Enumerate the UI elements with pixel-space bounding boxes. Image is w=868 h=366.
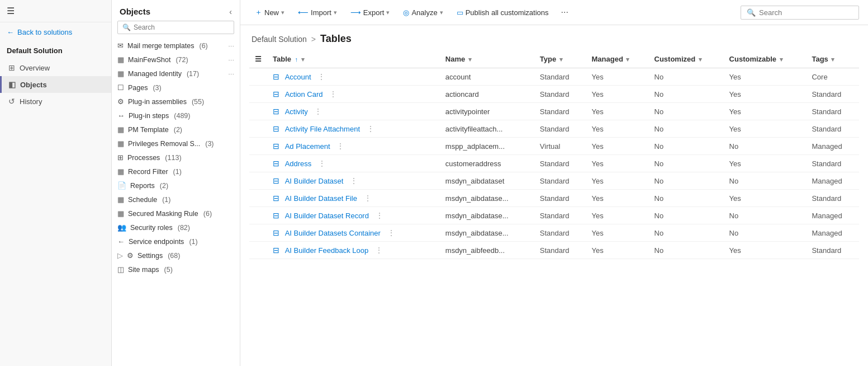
new-button[interactable]: ＋ New ▾	[249, 4, 290, 20]
row-table-name[interactable]: Activity File Attachment	[285, 125, 360, 133]
nav-item-overview[interactable]: ⊞ Overview	[0, 59, 111, 76]
table-row: ⊟ AI Builder Feedback Loop ⋮ msdyn_aibfe…	[249, 242, 859, 259]
item-icon: ⊞	[117, 153, 124, 162]
nav-label-history: History	[20, 97, 42, 106]
table-column-header-type[interactable]: Type ▾	[534, 50, 586, 68]
item-count: (1)	[162, 196, 170, 204]
objects-search-box[interactable]: 🔍	[117, 21, 234, 34]
item-label: Schedule	[128, 196, 157, 204]
row-customizable: No	[724, 224, 807, 242]
list-item[interactable]: ▦ Privileges Removal S... (3)	[112, 137, 240, 151]
item-label: Processes	[127, 154, 160, 162]
objects-icon: ◧	[8, 80, 16, 89]
row-more-icon[interactable]: ⋮	[373, 210, 386, 221]
row-table-name[interactable]: AI Builder Datasets Container	[285, 229, 381, 237]
table-column-header-tags[interactable]: Tags ▾	[806, 50, 859, 68]
row-tags: Managed	[806, 172, 859, 190]
hamburger-icon[interactable]: ☰	[7, 6, 15, 16]
list-item[interactable]: ✉ Mail merge templates (6) ···	[112, 39, 240, 53]
row-more-icon[interactable]: ⋮	[385, 227, 397, 238]
row-more-icon[interactable]: ⋮	[348, 175, 360, 186]
table-column-header-managed[interactable]: Managed ▾	[586, 50, 648, 68]
list-item[interactable]: ▦ PM Template (2)	[112, 123, 240, 137]
collapse-panel-button[interactable]: ‹	[229, 7, 232, 16]
table-row: ⊟ Address ⋮ customeraddress Standard Yes…	[249, 155, 859, 172]
table-row-icon: ⊟	[273, 228, 279, 237]
list-item[interactable]: ↔ Plug-in steps (489)	[112, 109, 240, 123]
import-button[interactable]: ⟵ Import ▾	[292, 6, 343, 20]
toolbar-search-box[interactable]: 🔍	[741, 6, 859, 20]
publish-button[interactable]: ▭ Publish all customizations	[451, 6, 554, 20]
list-item[interactable]: ⚙ Plug-in assemblies (55)	[112, 95, 240, 109]
row-select-cell	[249, 103, 267, 120]
toolbar-search-input[interactable]	[759, 8, 853, 17]
row-more-icon[interactable]: ⋮	[312, 106, 324, 117]
item-more-icon[interactable]: ···	[228, 55, 234, 64]
nav-label-objects: Objects	[20, 81, 47, 89]
list-item[interactable]: ▦ Secured Masking Rule (6)	[112, 207, 240, 220]
row-more-icon[interactable]: ⋮	[315, 71, 328, 82]
list-item[interactable]: ▦ Record Filter (1)	[112, 165, 240, 179]
item-more-icon[interactable]: ···	[228, 69, 234, 78]
table-row-icon: ⊟	[273, 124, 279, 133]
row-customizable: Yes	[724, 120, 807, 138]
item-more-icon[interactable]: ···	[228, 41, 234, 50]
list-item[interactable]: ▦ Schedule (1)	[112, 193, 240, 207]
list-item[interactable]: ☐ Pages (3)	[112, 81, 240, 95]
nav-item-objects[interactable]: ◧ Objects	[0, 76, 111, 93]
export-button[interactable]: ⟶ Export ▾	[345, 6, 396, 20]
table-row-icon: ⊟	[273, 194, 279, 203]
back-arrow-icon: ←	[7, 28, 14, 36]
customizable-sort-chevron: ▾	[780, 56, 783, 63]
more-options-icon[interactable]: ···	[557, 5, 573, 20]
row-table-name[interactable]: Ad Placement	[285, 142, 330, 151]
row-table-name[interactable]: AI Builder Feedback Loop	[285, 246, 369, 255]
analyze-button[interactable]: ◎ Analyze ▾	[397, 6, 448, 20]
row-table-name[interactable]: AI Builder Dataset	[285, 177, 344, 185]
list-item[interactable]: ▦ Managed Identity (17) ···	[112, 67, 240, 81]
row-table-name[interactable]: Activity	[285, 107, 308, 116]
row-managed: Yes	[586, 155, 648, 172]
table-row: ⊟ Account ⋮ account Standard Yes No Yes …	[249, 68, 859, 86]
row-more-icon[interactable]: ⋮	[373, 245, 385, 256]
nav-item-history[interactable]: ↺ History	[0, 93, 111, 110]
item-count: (1)	[173, 168, 182, 176]
table-column-header-table[interactable]: Table ↑ ▾	[267, 50, 440, 68]
list-item[interactable]: 📄 Reports (2)	[112, 179, 240, 193]
row-customized: No	[649, 103, 724, 120]
left-nav: ⊞ Overview ◧ Objects ↺ History	[0, 57, 111, 112]
export-icon: ⟶	[350, 8, 361, 17]
list-item[interactable]: ▷ ⚙ Settings (68)	[112, 248, 240, 262]
row-table-name[interactable]: Action Card	[285, 90, 323, 98]
row-more-icon[interactable]: ⋮	[334, 140, 347, 152]
row-type: Standard	[534, 207, 586, 224]
objects-panel-title: Objects	[120, 7, 150, 16]
item-label: Service endpoints	[129, 238, 184, 246]
history-icon: ↺	[8, 97, 15, 106]
row-icon-cell: ⊟ AI Builder Feedback Loop ⋮	[267, 242, 440, 259]
row-table-name[interactable]: Address	[285, 159, 312, 168]
table-column-header-customized[interactable]: Customized ▾	[649, 50, 724, 68]
row-more-icon[interactable]: ⋮	[364, 123, 377, 134]
row-more-icon[interactable]: ⋮	[316, 158, 328, 169]
back-to-solutions-link[interactable]: ← Back to solutions	[0, 22, 111, 42]
row-table-name[interactable]: Account	[285, 73, 311, 81]
list-item[interactable]: ◫ Site maps (5)	[112, 262, 240, 276]
row-managed: Yes	[586, 86, 648, 103]
row-more-icon[interactable]: ⋮	[362, 193, 374, 204]
table-column-header-customizable[interactable]: Customizable ▾	[724, 50, 807, 68]
list-item[interactable]: ⊞ Processes (113)	[112, 151, 240, 165]
list-item[interactable]: 👥 Security roles (82)	[112, 220, 240, 234]
row-table-name[interactable]: AI Builder Dataset Record	[285, 212, 369, 220]
objects-search-input[interactable]	[134, 24, 229, 31]
select-all-icon[interactable]: ☰	[255, 55, 262, 63]
list-item[interactable]: ← Service endpoints (1)	[112, 234, 240, 248]
row-table-name[interactable]: AI Builder Dataset File	[285, 194, 357, 203]
row-more-icon[interactable]: ⋮	[327, 88, 339, 100]
row-managed: Yes	[586, 207, 648, 224]
breadcrumb-solution-link[interactable]: Default Solution	[252, 35, 307, 44]
row-tags: Standard	[806, 155, 859, 172]
table-column-header-name[interactable]: Name ▾	[440, 50, 534, 68]
row-icon-cell: ⊟ Activity ⋮	[267, 103, 440, 120]
list-item[interactable]: ▦ MainFewShot (72) ···	[112, 53, 240, 67]
